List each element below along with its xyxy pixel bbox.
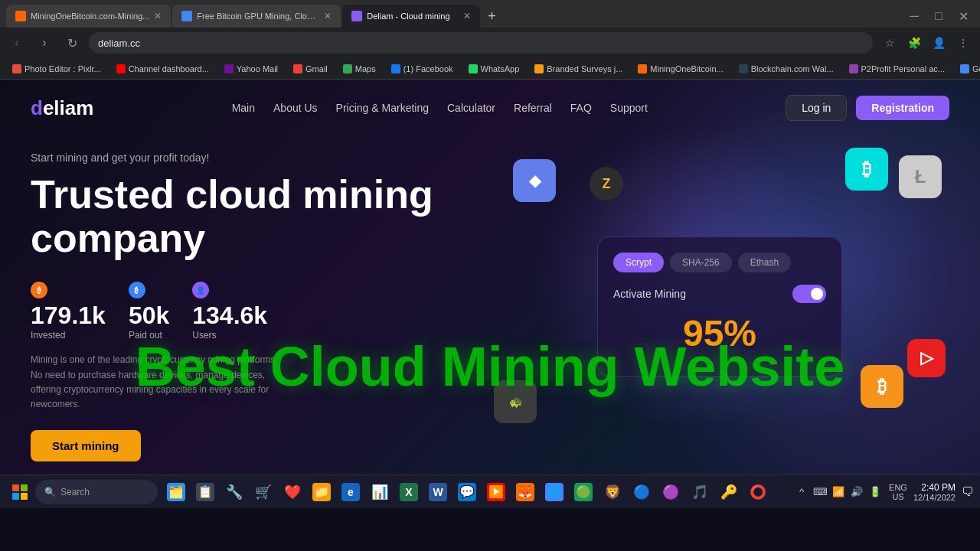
- bookmark-favicon: [293, 64, 302, 73]
- bookmark-photo-editor[interactable]: Photo Editor : Pixlr...: [6, 63, 107, 75]
- win-sq1: [12, 484, 19, 491]
- language-indicator[interactable]: ENG US: [889, 483, 907, 501]
- tray-chevron[interactable]: ^: [794, 486, 809, 497]
- nav-support[interactable]: Support: [610, 102, 648, 114]
- tab-3[interactable]: Deliam - Cloud mining ✕: [342, 5, 480, 28]
- profile-button[interactable]: 👤: [928, 32, 949, 54]
- stat-badge-invested: ₿: [31, 282, 47, 298]
- mining-tab-ethash[interactable]: Ethash: [738, 253, 791, 272]
- tb-app-10[interactable]: W: [424, 478, 452, 506]
- notification-icon[interactable]: 🗨: [962, 485, 974, 499]
- bookmark-maps[interactable]: Maps: [337, 63, 382, 75]
- tb-app-5[interactable]: ❤️: [279, 478, 306, 506]
- stat-value-paidout: 50k: [129, 302, 169, 330]
- nav-main[interactable]: Main: [232, 102, 255, 114]
- tray-volume[interactable]: 🔊: [849, 486, 864, 497]
- tb-app-6[interactable]: 📁: [308, 478, 335, 506]
- extensions-button[interactable]: 🧩: [903, 32, 925, 54]
- tab-1-label: MiningOneBitcoin.com-Mining...: [31, 11, 149, 21]
- bitcoin-teal-icon: ₿: [845, 148, 888, 191]
- tab-2-close[interactable]: ✕: [324, 11, 332, 21]
- new-tab-button[interactable]: +: [482, 8, 502, 24]
- activate-toggle[interactable]: [792, 285, 826, 303]
- tb-app-20[interactable]: 🔑: [715, 478, 743, 506]
- tb-app-19[interactable]: 🎵: [686, 478, 714, 506]
- nav-pricing[interactable]: Pricing & Marketing: [336, 102, 429, 114]
- tb-app-21[interactable]: ⭕: [744, 478, 772, 506]
- bookmark-adsense[interactable]: Google AdSense: [954, 63, 980, 75]
- bookmark-branded[interactable]: Branded Surveys j...: [528, 63, 629, 75]
- bookmark-favicon: [391, 64, 400, 73]
- tab-2[interactable]: Free Bitcoin GPU Mining, Cloud... ✕: [172, 5, 341, 28]
- site-nav: Main About Us Pricing & Marketing Calcul…: [232, 102, 648, 114]
- bookmark-label: MiningOneBitcoin...: [650, 64, 723, 73]
- bookmark-gmail[interactable]: Gmail: [287, 63, 334, 75]
- mining-tab-scrypt[interactable]: Scrypt: [613, 253, 664, 272]
- tb-app-17[interactable]: 🔵: [628, 478, 655, 506]
- bookmark-yahoo[interactable]: Yahoo Mail: [218, 63, 284, 75]
- forward-button[interactable]: ›: [34, 32, 55, 54]
- start-mining-button[interactable]: Start mining: [31, 430, 141, 461]
- login-button[interactable]: Log in: [786, 95, 847, 121]
- tab-1[interactable]: MiningOneBitcoin.com-Mining... ✕: [6, 5, 171, 28]
- tb-app-3[interactable]: 🔧: [220, 478, 248, 506]
- stat-label-paidout: Paid out: [129, 330, 169, 341]
- zcash-icon: Z: [590, 167, 623, 201]
- bookmark-favicon: [343, 64, 352, 73]
- tray-battery[interactable]: 🔋: [867, 486, 883, 497]
- tb-app-9[interactable]: X: [395, 478, 423, 506]
- lang-region: US: [889, 492, 907, 501]
- tb-app-11[interactable]: 💬: [453, 478, 481, 506]
- win-sq2: [21, 484, 28, 491]
- bookmark-blockchain[interactable]: Blockchain.com Wal...: [733, 63, 840, 75]
- nav-about[interactable]: About Us: [273, 102, 318, 114]
- tab-2-favicon: [181, 11, 192, 21]
- tron-icon: ▷: [907, 339, 946, 377]
- system-clock[interactable]: 2:40 PM 12/14/2022: [913, 482, 956, 502]
- tb-app-18[interactable]: 🟣: [657, 478, 684, 506]
- maximize-button[interactable]: □: [928, 5, 949, 27]
- bookmark-favicon: [224, 64, 234, 73]
- start-button[interactable]: [6, 478, 34, 506]
- mining-tab-sha256[interactable]: SHA-256: [670, 253, 732, 272]
- tb-app-14[interactable]: 🌐: [541, 478, 568, 506]
- refresh-button[interactable]: ↻: [61, 32, 83, 54]
- tab-3-close[interactable]: ✕: [463, 11, 471, 21]
- tb-app-4[interactable]: 🛒: [250, 478, 277, 506]
- tb-app-8[interactable]: 📊: [366, 478, 394, 506]
- tb-app-16[interactable]: 🦁: [599, 478, 626, 506]
- menu-button[interactable]: ⋮: [952, 32, 974, 54]
- bookmark-mining-one[interactable]: MiningOneBitcoin...: [632, 63, 729, 75]
- bookmark-favicon: [849, 64, 858, 73]
- bookmark-button[interactable]: ☆: [879, 32, 900, 54]
- minimize-button[interactable]: ─: [903, 5, 925, 27]
- bookmark-whatsapp[interactable]: WhatsApp: [462, 63, 526, 75]
- nav-calculator[interactable]: Calculator: [447, 102, 495, 114]
- bookmark-label: Google AdSense: [972, 64, 980, 73]
- tb-app-13[interactable]: 🦊: [511, 478, 539, 506]
- tray-network[interactable]: 📶: [831, 486, 846, 497]
- tb-app-15[interactable]: 🟢: [570, 478, 597, 506]
- bookmark-facebook[interactable]: (1) Facebook: [385, 63, 459, 75]
- tb-app-12[interactable]: ▶️: [482, 478, 510, 506]
- site-logo[interactable]: deliam: [31, 96, 93, 120]
- back-button[interactable]: ‹: [6, 32, 28, 54]
- register-button[interactable]: Registration: [856, 96, 949, 120]
- tb-app-2[interactable]: 📋: [191, 478, 219, 506]
- bookmark-channel[interactable]: Channel dashboard...: [110, 63, 215, 75]
- bookmark-favicon: [469, 64, 478, 73]
- tray-keyboard[interactable]: ⌨: [812, 486, 828, 497]
- tab-1-close[interactable]: ✕: [154, 11, 162, 21]
- clock-date: 12/14/2022: [913, 493, 956, 502]
- close-button[interactable]: ✕: [952, 5, 974, 27]
- system-tray: ^ ⌨ 📶 🔊 🔋: [794, 486, 883, 497]
- bookmark-p2profit[interactable]: P2Profit Personal ac...: [843, 63, 951, 75]
- taskbar-search[interactable]: 🔍 Search: [35, 480, 158, 504]
- ethereum-icon: ◆: [513, 159, 556, 202]
- tb-app-7[interactable]: e: [337, 478, 364, 506]
- tb-app-1[interactable]: 🗂️: [162, 478, 190, 506]
- nav-referral[interactable]: Referral: [514, 102, 552, 114]
- stat-icon-row: ₿: [31, 282, 106, 298]
- address-bar[interactable]: deliam.cc: [89, 32, 873, 54]
- nav-faq[interactable]: FAQ: [570, 102, 592, 114]
